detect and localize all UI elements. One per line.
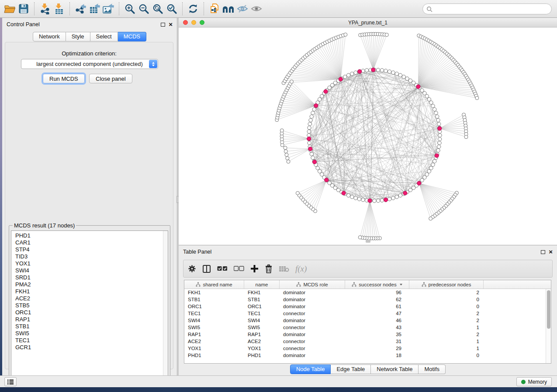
table-cell[interactable]: RAP1: [184, 331, 244, 338]
table-cell[interactable]: STB1: [184, 296, 244, 303]
table-cell[interactable]: 0: [409, 303, 484, 310]
criterion-dropdown[interactable]: largest connected component (undirected): [21, 59, 158, 69]
column-header-MCDS-role[interactable]: MCDS role: [280, 280, 345, 289]
table-tab-node-table[interactable]: Node Table: [290, 364, 331, 374]
network-graph[interactable]: [179, 28, 557, 244]
float-window-icon[interactable]: [161, 23, 165, 27]
table-cell[interactable]: STB1: [244, 296, 280, 303]
network-window-titlebar[interactable]: YPA_prune.txt_1: [179, 18, 557, 28]
mcds-result-item[interactable]: ORC1: [15, 309, 168, 316]
column-header-shared-name[interactable]: shared name: [184, 280, 244, 289]
table-cell[interactable]: 61: [345, 303, 409, 310]
tab-select[interactable]: Select: [90, 32, 118, 41]
mcds-result-item[interactable]: SWI4: [15, 267, 168, 274]
mcds-result-item[interactable]: TID3: [15, 253, 168, 260]
save-session-icon[interactable]: [17, 2, 31, 16]
mcds-result-item[interactable]: STP4: [15, 246, 168, 253]
mcds-list-scrollbar[interactable]: [163, 231, 168, 382]
table-cell[interactable]: FKH1: [244, 289, 280, 296]
column-header-successor-nodes[interactable]: successor nodes: [345, 280, 409, 289]
table-cell[interactable]: dominator: [280, 352, 345, 359]
node-table[interactable]: shared namenameMCDS rolesuccessor nodesp…: [184, 280, 551, 364]
close-panel-button[interactable]: Close panel: [89, 74, 132, 83]
zoom-out-icon[interactable]: [137, 2, 151, 16]
table-cell[interactable]: SWI4: [184, 317, 244, 324]
mcds-result-item[interactable]: GCR1: [15, 344, 168, 351]
select-all-checkboxes-icon[interactable]: [217, 263, 228, 275]
table-row[interactable]: PHD1PHD1dominator180: [184, 352, 551, 359]
clone-network-icon[interactable]: [208, 2, 221, 16]
table-cell[interactable]: 1: [409, 345, 484, 352]
first-neighbors-icon[interactable]: [221, 2, 235, 16]
add-column-icon[interactable]: [250, 263, 259, 275]
table-cell[interactable]: YOX1: [244, 345, 280, 352]
memory-button[interactable]: Memory: [516, 377, 552, 386]
search-box[interactable]: [422, 3, 552, 14]
table-row[interactable]: FKH1FKH1dominator962: [184, 289, 551, 296]
table-cell[interactable]: ORC1: [184, 303, 244, 310]
tab-mcds[interactable]: MCDS: [118, 32, 146, 41]
table-cell[interactable]: TEC1: [244, 310, 280, 317]
delete-column-icon[interactable]: [265, 263, 273, 275]
table-cell[interactable]: connector: [280, 338, 345, 345]
table-cell[interactable]: YOX1: [184, 345, 244, 352]
zoom-in-icon[interactable]: [123, 2, 137, 16]
table-cell[interactable]: SWI5: [184, 324, 244, 331]
table-cell[interactable]: 0: [409, 296, 484, 303]
table-cell[interactable]: connector: [280, 345, 345, 352]
table-cell[interactable]: 43: [345, 324, 409, 331]
mcds-result-item[interactable]: STB5: [15, 302, 168, 309]
table-cell[interactable]: 2: [409, 289, 484, 296]
zoom-selected-icon[interactable]: [165, 2, 179, 16]
table-cell[interactable]: 1: [409, 324, 484, 331]
tab-network[interactable]: Network: [33, 32, 66, 41]
table-cell[interactable]: 62: [345, 296, 409, 303]
table-cell[interactable]: 0: [409, 352, 484, 359]
node-table-header[interactable]: shared namenameMCDS rolesuccessor nodesp…: [184, 280, 551, 289]
mcds-result-item[interactable]: STB1: [15, 323, 168, 330]
close-icon[interactable]: ×: [549, 250, 553, 254]
open-file-icon[interactable]: [3, 2, 17, 16]
table-cell[interactable]: dominator: [280, 331, 345, 338]
mcds-result-item[interactable]: FKH1: [15, 288, 168, 295]
table-cell[interactable]: SWI5: [244, 324, 280, 331]
table-cell[interactable]: ACE2: [244, 338, 280, 345]
column-header-predecessor-nodes[interactable]: predecessor nodes: [409, 280, 484, 289]
table-row[interactable]: STB1STB1dominator620: [184, 296, 551, 303]
sort-chevron-icon[interactable]: [400, 284, 402, 285]
mcds-result-item[interactable]: ACE2: [15, 295, 168, 302]
mcds-result-item[interactable]: SRD1: [15, 274, 168, 281]
table-cell[interactable]: 96: [345, 289, 409, 296]
hide-selected-icon[interactable]: [235, 2, 249, 16]
table-cell[interactable]: SWI4: [244, 317, 280, 324]
table-scrollbar-thumb[interactable]: [547, 290, 550, 329]
zoom-fit-icon[interactable]: [151, 2, 165, 16]
import-table-icon[interactable]: [52, 2, 66, 16]
mcds-result-item[interactable]: YOX1: [15, 260, 168, 267]
table-scrollbar[interactable]: [546, 289, 551, 364]
column-header-name[interactable]: name: [244, 280, 280, 289]
run-mcds-button[interactable]: Run MCDS: [43, 74, 85, 83]
table-row[interactable]: ORC1ORC1dominator610: [184, 303, 551, 310]
mcds-result-item[interactable]: SWI5: [15, 330, 168, 337]
mcds-result-item[interactable]: TEC1: [15, 337, 168, 344]
close-icon[interactable]: ×: [169, 22, 173, 27]
mcds-result-item[interactable]: CAR1: [15, 239, 168, 246]
table-row[interactable]: RAP1RAP1dominator352: [184, 331, 551, 338]
table-cell[interactable]: dominator: [280, 296, 345, 303]
table-row[interactable]: ACE2ACE2connector311: [184, 338, 551, 345]
tab-style[interactable]: Style: [66, 32, 90, 41]
export-table-icon[interactable]: [87, 2, 101, 16]
table-cell[interactable]: ORC1: [244, 303, 280, 310]
mcds-result-item[interactable]: RAP1: [15, 316, 168, 323]
mcds-result-item[interactable]: PMA2: [15, 281, 168, 288]
table-row[interactable]: YOX1YOX1connector291: [184, 345, 551, 352]
table-cell[interactable]: connector: [280, 310, 345, 317]
table-row[interactable]: SWI5SWI5connector431: [184, 324, 551, 331]
table-cell[interactable]: 35: [345, 331, 409, 338]
table-cell[interactable]: 18: [345, 352, 409, 359]
settings-gear-icon[interactable]: [188, 263, 196, 275]
table-cell[interactable]: PHD1: [184, 352, 244, 359]
import-network-icon[interactable]: [38, 2, 52, 16]
network-hscroll-thumb[interactable]: [366, 240, 370, 243]
